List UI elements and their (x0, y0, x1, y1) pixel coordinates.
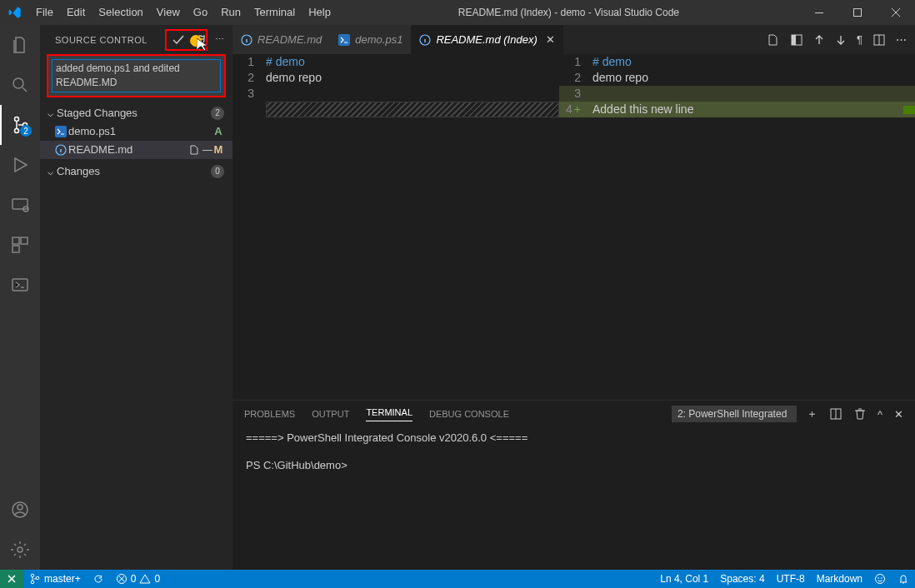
extensions-icon[interactable] (0, 225, 40, 265)
cursor-position[interactable]: Ln 4, Col 1 (654, 570, 714, 588)
file-name: demo.ps1 (68, 125, 212, 137)
close-panel-icon[interactable]: ✕ (894, 408, 903, 421)
search-icon[interactable] (0, 65, 40, 105)
menu-help[interactable]: Help (302, 0, 338, 25)
code-line: Added this new line (592, 102, 693, 117)
menu-bar: File Edit Selection View Go Run Terminal… (29, 0, 338, 25)
panel-tabs: PROBLEMS OUTPUT TERMINAL DEBUG CONSOLE 2… (232, 401, 915, 427)
feedback-icon[interactable] (868, 570, 892, 588)
source-control-sidebar: SOURCE CONTROL ⋯ added demo.ps1 and edit… (40, 25, 232, 570)
menu-edit[interactable]: Edit (60, 0, 92, 25)
more-actions-icon[interactable]: ⋯ (215, 34, 224, 45)
prev-change-icon[interactable] (813, 34, 825, 46)
status-modified: M (212, 143, 224, 156)
menu-selection[interactable]: Selection (92, 0, 149, 25)
svg-rect-0 (815, 12, 823, 13)
more-actions-icon[interactable]: ⋯ (896, 33, 907, 46)
terminal-selector[interactable]: 2: PowerShell Integrated (672, 406, 797, 422)
menu-view[interactable]: View (150, 0, 187, 25)
chevron-down-icon: ⌵ (43, 107, 57, 119)
editor-modified[interactable]: 1# demo 2demo repo 3 4Added this new lin… (559, 54, 915, 400)
changes-header[interactable]: ⌵ Changes 0 (40, 162, 232, 181)
staged-changes-section: ⌵ Staged Changes 2 demo.ps1 A README.md … (40, 102, 232, 161)
split-editor-icon[interactable] (872, 33, 886, 47)
run-debug-icon[interactable] (0, 145, 40, 185)
staged-header[interactable]: ⌵ Staged Changes 2 (40, 104, 232, 122)
powershell-icon[interactable] (0, 265, 40, 305)
chevron-down-icon: ⌵ (43, 166, 57, 177)
svg-point-4 (15, 129, 19, 133)
language-mode[interactable]: Markdown (811, 570, 868, 588)
svg-point-30 (881, 577, 882, 579)
terminal-line: =====> PowerShell Integrated Console v20… (246, 431, 902, 446)
problems-indicator[interactable]: 0 0 (110, 570, 166, 588)
maximize-button[interactable] (838, 0, 877, 25)
svg-rect-8 (12, 237, 19, 244)
branch-indicator[interactable]: master+ (23, 570, 87, 588)
terminal-body[interactable]: =====> PowerShell Integrated Console v20… (232, 427, 915, 570)
code-line: # demo (266, 54, 305, 70)
whitespace-icon[interactable]: ¶ (857, 33, 862, 46)
svg-rect-9 (21, 237, 28, 244)
panel-tab-debug[interactable]: DEBUG CONSOLE (429, 409, 509, 419)
svg-point-14 (18, 547, 22, 552)
terminal-line: PS C:\GitHub\demo> (246, 458, 902, 474)
staged-count-badge: 2 (211, 107, 224, 120)
toggle-side-icon[interactable] (790, 33, 803, 47)
changes-label: Changes (57, 165, 211, 177)
window-controls (800, 0, 915, 25)
diff-placeholder (266, 102, 559, 117)
unstage-icon[interactable]: — (202, 144, 212, 156)
close-button[interactable] (877, 0, 915, 25)
minimize-button[interactable] (800, 0, 838, 25)
source-control-icon[interactable]: 2 (0, 105, 40, 145)
open-file-icon[interactable] (767, 33, 780, 47)
menu-terminal[interactable]: Terminal (248, 0, 302, 25)
svg-point-13 (18, 505, 22, 510)
editor-original[interactable]: 1# demo 2demo repo 3 (232, 54, 559, 400)
accounts-icon[interactable] (0, 490, 40, 530)
split-terminal-icon[interactable] (829, 407, 842, 421)
title-bar: File Edit Selection View Go Run Terminal… (0, 0, 915, 25)
indentation[interactable]: Spaces: 4 (714, 570, 770, 588)
tab-readme-index[interactable]: README.md (Index) ✕ (411, 25, 562, 54)
notifications-icon[interactable] (892, 570, 915, 588)
sync-indicator[interactable] (87, 570, 110, 588)
kill-terminal-icon[interactable] (854, 408, 866, 420)
remote-indicator[interactable] (0, 570, 23, 588)
tab-demo-ps1[interactable]: demo.ps1 (330, 25, 411, 54)
info-file-icon (241, 34, 252, 46)
commit-check-icon[interactable] (172, 33, 185, 47)
panel-tab-output[interactable]: OUTPUT (312, 409, 349, 419)
menu-run[interactable]: Run (214, 0, 248, 25)
svg-point-25 (31, 581, 34, 584)
staged-file[interactable]: demo.ps1 A (40, 122, 232, 141)
tab-readme[interactable]: README.md (232, 25, 330, 54)
window-title: README.md (Index) - demo - Visual Studio… (338, 7, 800, 18)
staged-label: Staged Changes (57, 107, 211, 119)
vscode-logo-icon (0, 6, 29, 19)
file-inline-actions: — (188, 144, 212, 156)
remote-explorer-icon[interactable] (0, 185, 40, 225)
next-change-icon[interactable] (835, 34, 847, 46)
editor-actions: ¶ ⋯ (767, 25, 915, 54)
commit-message-input[interactable]: added demo.ps1 and edited README.MD (47, 54, 226, 97)
settings-icon[interactable] (0, 530, 40, 570)
panel-tab-problems[interactable]: PROBLEMS (244, 409, 295, 419)
menu-file[interactable]: File (29, 0, 60, 25)
staged-file[interactable]: README.md — M (40, 141, 232, 159)
ps1-file-icon (53, 126, 68, 137)
cursor-icon (197, 38, 208, 52)
menu-go[interactable]: Go (187, 0, 214, 25)
status-bar: master+ 0 0 Ln 4, Col 1 Spaces: 4 UTF-8 … (0, 570, 915, 588)
scm-badge: 2 (20, 125, 32, 137)
new-terminal-icon[interactable]: ＋ (807, 406, 818, 421)
close-tab-icon[interactable]: ✕ (546, 33, 555, 46)
diff-marker (903, 106, 915, 114)
sidebar-title: SOURCE CONTROL (55, 35, 172, 45)
encoding[interactable]: UTF-8 (771, 570, 811, 588)
maximize-panel-icon[interactable]: ^ (878, 408, 882, 421)
panel-tab-terminal[interactable]: TERMINAL (366, 407, 412, 421)
explorer-icon[interactable] (0, 25, 40, 65)
open-file-icon[interactable] (188, 144, 200, 156)
